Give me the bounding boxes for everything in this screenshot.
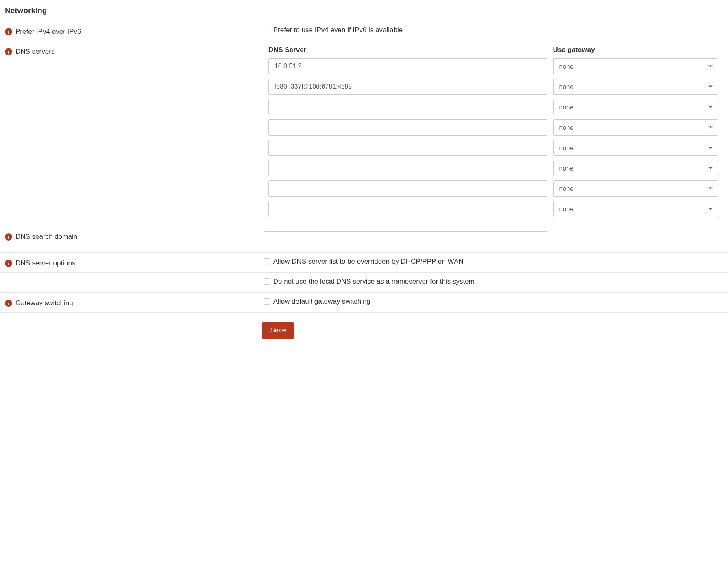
checkbox-dns-override-wrap[interactable]: Allow DNS server list to be overridden b… [264,258,723,266]
dns-gateway-select[interactable]: none [553,119,718,136]
save-button[interactable]: Save [262,322,294,339]
checkbox-prefer-ipv4-wrap[interactable]: Prefer to use IPv4 even if IPv6 is avail… [264,26,723,34]
dns-row: none [264,58,723,74]
checkbox-label: Allow DNS server list to be overridden b… [273,258,464,266]
dns-gateway-select-wrap: none [553,180,718,197]
dns-gateway-select-wrap: none [553,119,718,136]
checkbox-label: Allow default gateway switching [273,297,371,306]
dns-gateway-select-wrap: none [553,99,718,115]
dns-table-header: DNS Server Use gateway [264,46,723,54]
dns-server-input[interactable] [268,99,547,115]
label-dns-server-options: i DNS server options [5,258,264,267]
info-icon[interactable]: i [5,48,12,55]
section-title: Networking [0,0,728,21]
dns-search-domain-input[interactable] [264,231,549,247]
dns-row: none [264,79,723,95]
row-dns-server-options: i DNS server options Allow DNS server li… [0,253,728,273]
dns-gateway-select[interactable]: none [553,160,718,176]
dns-gateway-select-wrap: none [553,140,718,156]
dns-server-input[interactable] [268,160,547,176]
info-icon[interactable]: i [5,28,12,35]
dns-col-gateway-header: Use gateway [553,46,718,54]
label-text: Prefer IPv4 over IPv6 [15,28,81,36]
dns-row: none [264,160,723,176]
label-text: DNS search domain [15,233,77,241]
dns-gateway-select[interactable]: none [553,140,718,156]
dns-gateway-select[interactable]: none [553,99,718,115]
info-icon[interactable]: i [5,233,12,241]
label-text: DNS server options [15,259,75,267]
dns-gateway-select-wrap: none [553,201,718,217]
row-dns-server-options-2: i Do not use the local DNS service as a … [0,273,728,293]
dns-row: none [264,180,723,197]
dns-gateway-select[interactable]: none [553,58,718,74]
label-dns-search-domain: i DNS search domain [5,231,264,241]
row-dns-search-domain: i DNS search domain [0,226,728,253]
label-text: Gateway switching [15,299,73,307]
dns-gateway-select[interactable]: none [553,180,718,197]
label-dns-servers: i DNS servers [5,46,264,56]
dns-gateway-select-wrap: none [553,160,718,176]
checkbox-gateway-switching-wrap[interactable]: Allow default gateway switching [264,297,723,306]
dns-server-input[interactable] [268,201,547,217]
label-prefer-ipv4: i Prefer IPv4 over IPv6 [5,26,264,36]
row-prefer-ipv4: i Prefer IPv4 over IPv6 Prefer to use IP… [0,21,728,41]
dns-row: none [264,201,723,217]
dns-gateway-select[interactable]: none [553,201,718,217]
dns-row: none [264,119,723,136]
checkbox-gateway-switching[interactable] [264,298,270,305]
button-row: Save [0,313,728,348]
dns-server-input[interactable] [268,79,547,95]
checkbox-label: Prefer to use IPv4 even if IPv6 is avail… [273,26,403,34]
info-icon[interactable]: i [5,300,12,307]
dns-row: none [264,140,723,156]
dns-server-input[interactable] [268,119,547,136]
dns-server-input[interactable] [268,140,547,156]
row-gateway-switching: i Gateway switching Allow default gatewa… [0,293,728,313]
checkbox-dns-override[interactable] [264,258,270,265]
dns-gateway-select-wrap: none [553,79,718,95]
label-text: DNS servers [15,48,54,56]
dns-gateway-select-wrap: none [553,58,718,74]
dns-col-server-header: DNS Server [268,46,547,54]
dns-server-input[interactable] [268,58,547,74]
info-icon[interactable]: i [5,260,12,267]
dns-row: none [264,99,723,115]
checkbox-label: Do not use the local DNS service as a na… [273,278,475,286]
row-dns-servers: i DNS servers DNS Server Use gateway non… [0,41,728,226]
checkbox-no-local-dns[interactable] [264,278,270,285]
label-gateway-switching: i Gateway switching [5,297,264,307]
checkbox-no-local-dns-wrap[interactable]: Do not use the local DNS service as a na… [264,278,723,286]
dns-server-input[interactable] [268,180,547,197]
dns-gateway-select[interactable]: none [553,79,718,95]
checkbox-prefer-ipv4[interactable] [264,27,270,33]
